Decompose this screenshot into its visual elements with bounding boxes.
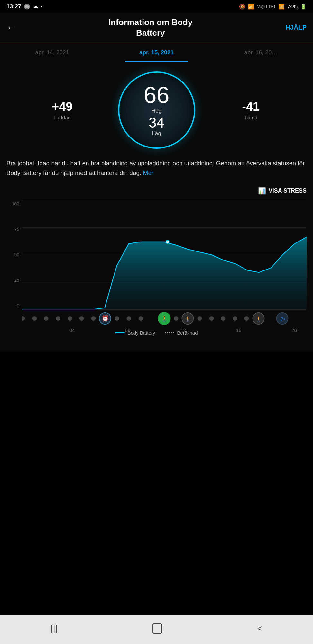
chart-area-fill [22, 237, 307, 309]
dot-4 [68, 316, 72, 321]
gauge-sub-value: 34 [149, 116, 164, 130]
drained-stat: -41 Tömd [195, 100, 307, 121]
tab-current-date[interactable]: apr. 15, 2021 [104, 43, 208, 62]
chart-container: 100 75 50 25 0 [6, 200, 307, 326]
dot-13 [174, 316, 179, 321]
date-tabs: apr. 14, 2021 apr. 15, 2021 apr. 16, 20… [0, 43, 313, 62]
stress-chart-icon: 📊 [258, 187, 266, 195]
app-header: ← Information om Body Battery HJÄLP [0, 13, 313, 43]
nav-menu-button[interactable]: ||| [44, 621, 64, 636]
dot-10 [139, 316, 143, 321]
gauge-circle-bg: 66 Hög 34 Låg [118, 71, 195, 149]
gauge-low-label: Låg [152, 130, 161, 137]
y-label-75: 75 [6, 227, 19, 232]
status-icon-1: 🔘 [24, 4, 30, 10]
chart-grid [22, 200, 307, 309]
wifi-icon: 📶 [248, 4, 254, 10]
charged-stat: +49 Laddad [6, 100, 118, 121]
nav-back-button[interactable]: < [251, 621, 269, 636]
page-title: Information om Body Battery [15, 17, 285, 38]
x-label-12: 12 [180, 327, 186, 333]
chart-y-labels: 100 75 50 25 0 [6, 200, 19, 309]
dot-8 [115, 316, 119, 321]
dot-6 [91, 316, 96, 321]
dot-2 [44, 316, 49, 321]
charged-value: +49 [6, 100, 118, 114]
signal-bars: 📶 [278, 4, 285, 10]
battery-label: 74% [287, 4, 298, 10]
lte-icon: Vo)) LTE1 [257, 4, 276, 9]
dot-9 [127, 316, 131, 321]
tab-next-date[interactable]: apr. 16, 20… [209, 43, 313, 62]
dot-1 [32, 316, 37, 321]
walk-green-icon-label: 🚶 [161, 315, 168, 322]
description-body: Bra jobbat! Idag har du haft en bra blan… [6, 160, 305, 176]
chart-area: ⏰ 🚶 🚶 [22, 200, 307, 334]
drained-label: Tömd [195, 115, 307, 121]
dot-19 [244, 316, 249, 321]
dot-15 [198, 316, 202, 321]
walk-gray1-icon-label: 🚶 [185, 316, 191, 322]
status-time: 13:27 🔘 ☁ • [6, 3, 42, 10]
title-line1: Information om Body [108, 17, 192, 27]
gauge-circle: 66 Hög 34 Låg [118, 71, 195, 149]
visa-stress-row: 📊 VISA STRESS [6, 185, 307, 200]
status-bar: 13:27 🔘 ☁ • 🔕 📶 Vo)) LTE1 📶 74% 🔋 [0, 0, 313, 13]
battery-icon: 🔋 [300, 4, 307, 10]
time-label: 13:27 [6, 3, 21, 10]
dot-3 [56, 316, 60, 321]
dot-0 [22, 316, 25, 321]
status-dot: • [41, 4, 42, 10]
x-label-04: 04 [69, 327, 75, 333]
chart-svg [22, 200, 307, 309]
main-content: +49 Laddad 66 Hög 34 Låg -41 Tömd Bra jo… [0, 62, 313, 352]
chart-current-dot [166, 240, 169, 243]
visa-stress-button[interactable]: 📊 VISA STRESS [258, 187, 307, 195]
dot-17 [221, 316, 226, 321]
title-line2: Battery [136, 28, 165, 38]
x-label-16: 16 [236, 327, 242, 333]
help-button[interactable]: HJÄLP [285, 24, 307, 31]
tab-prev-date[interactable]: apr. 14, 2021 [0, 43, 104, 62]
x-axis-labels: 04 08 12 16 20 [37, 325, 307, 334]
bottom-nav: ||| < [0, 615, 313, 644]
y-label-25: 25 [6, 278, 19, 283]
charged-label: Laddad [6, 115, 118, 121]
nav-home-button[interactable] [152, 623, 162, 634]
more-link[interactable]: Mer [143, 169, 154, 176]
sleep-icon-label: 💤 [280, 317, 285, 322]
gauge-high-label: Hög [152, 108, 161, 114]
visa-stress-label: VISA STRESS [269, 187, 307, 194]
mute-icon: 🔕 [239, 4, 245, 10]
y-label-100: 100 [6, 201, 19, 206]
gauge-main-value: 66 [143, 83, 169, 107]
dot-16 [209, 316, 214, 321]
back-button[interactable]: ← [6, 23, 15, 33]
x-label-20: 20 [291, 327, 297, 333]
dot-18 [233, 316, 237, 321]
status-right: 🔕 📶 Vo)) LTE1 📶 74% 🔋 [239, 4, 307, 10]
chart-svg-wrapper [22, 200, 307, 309]
status-icon-2: ☁ [33, 4, 38, 10]
activity-row-svg: ⏰ 🚶 🚶 [22, 312, 307, 325]
walk-gray2-icon-label: 🚶 [255, 316, 262, 322]
description-text: Bra jobbat! Idag har du haft en bra blan… [6, 155, 307, 185]
x-label-08: 08 [125, 327, 131, 333]
drained-value: -41 [195, 100, 307, 114]
alarm-icon-label: ⏰ [102, 315, 109, 322]
y-label-50: 50 [6, 252, 19, 257]
gauge-area: +49 Laddad 66 Hög 34 Låg -41 Tömd [6, 62, 307, 155]
dot-5 [79, 316, 84, 321]
y-label-0: 0 [6, 303, 19, 308]
